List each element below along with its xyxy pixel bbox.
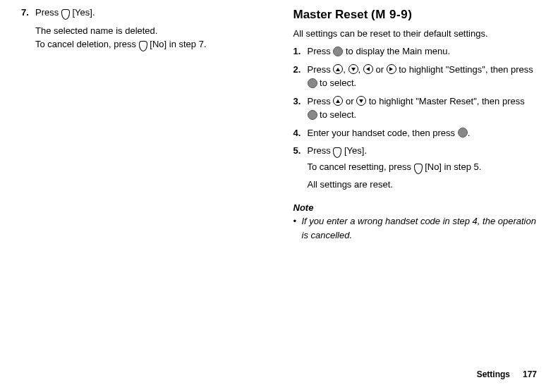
- text: Enter your handset code, then press: [308, 128, 458, 138]
- page-number: 177: [523, 369, 537, 379]
- nav-up-icon: [333, 96, 343, 106]
- step-7: 7. Press [Yes].: [21, 6, 265, 22]
- text: [Yes].: [70, 7, 95, 18]
- step-body: Press [Yes]. To cancel resetting, press …: [308, 144, 538, 194]
- text: ,: [343, 64, 348, 75]
- nav-down-icon: [348, 64, 358, 74]
- nav-up-icon: [333, 64, 343, 74]
- step-body: Press , , or to highlight "Settings", th…: [308, 63, 538, 92]
- heading-text: Master Reset: [293, 8, 368, 21]
- text: or: [343, 96, 356, 106]
- text: Press: [308, 64, 334, 75]
- center-key-icon: [458, 128, 468, 137]
- text: Press: [308, 96, 334, 106]
- step-5: 5. Press [Yes]. To cancel resetting, pre…: [293, 144, 538, 194]
- result-text: All settings are reset.: [308, 178, 538, 192]
- step-body: Press or to highlight "Master Reset", th…: [308, 94, 538, 124]
- cancel-text: To cancel deletion, press [No] in step 7…: [35, 37, 265, 51]
- text: [Yes].: [341, 145, 367, 156]
- cancel-text: To cancel resetting, press [No] in step …: [308, 160, 538, 174]
- step-line: Press [Yes].: [35, 6, 265, 20]
- text: [No] in step 5.: [423, 161, 482, 172]
- bullet: •: [293, 214, 302, 242]
- softkey-right-icon: [139, 41, 147, 51]
- step-line: Press [Yes].: [308, 144, 538, 158]
- text: to display the Main menu.: [343, 46, 450, 56]
- step-number: 7.: [21, 6, 35, 22]
- text: to select.: [317, 109, 357, 120]
- step-body: Enter your handset code, then press .: [308, 126, 538, 142]
- step-line: Press to display the Main menu.: [308, 44, 538, 59]
- note-text: If you enter a wrong handset code in ste…: [302, 214, 538, 242]
- softkey-left-icon: [333, 147, 341, 158]
- text: ,: [358, 64, 363, 75]
- step-4: 4. Enter your handset code, then press .: [293, 126, 538, 142]
- step-3: 3. Press or to highlight "Master Reset",…: [293, 94, 538, 124]
- step-number: 1.: [293, 44, 308, 61]
- text: Press: [308, 145, 334, 156]
- step-number: 4.: [293, 126, 308, 142]
- nav-left-icon: [363, 64, 373, 74]
- right-column: Master Reset (M 9-9) All settings can be…: [293, 6, 538, 242]
- step-number: 2.: [293, 63, 308, 92]
- note-item: • If you enter a wrong handset code in s…: [293, 214, 538, 242]
- intro-text: All settings can be reset to their defau…: [293, 27, 538, 41]
- step-details: The selected name is deleted. To cancel …: [35, 24, 265, 51]
- softkey-left-icon: [61, 9, 70, 20]
- text: Press: [308, 46, 334, 56]
- text: .: [468, 128, 471, 138]
- step-1: 1. Press to display the Main menu.: [293, 44, 538, 61]
- section-heading: Master Reset (M 9-9): [293, 6, 538, 24]
- step-number: 5.: [293, 144, 308, 194]
- menu-code: (M 9-9): [371, 8, 412, 21]
- note-label: Note: [293, 201, 538, 215]
- text: [No] in step 7.: [147, 39, 207, 49]
- step-line: Press or to highlight "Master Reset", th…: [308, 94, 538, 122]
- nav-down-icon: [356, 96, 366, 106]
- text: To cancel resetting, press: [308, 161, 414, 172]
- text: to highlight "Settings", then press: [396, 64, 533, 75]
- text: To cancel deletion, press: [35, 39, 139, 49]
- left-column: 7. Press [Yes]. The selected name is del…: [21, 6, 265, 242]
- footer-label: Settings: [477, 369, 510, 379]
- page-footer: Settings177: [477, 368, 537, 381]
- center-key-icon: [308, 78, 317, 88]
- step-line: Press , , or to highlight "Settings", th…: [308, 63, 538, 90]
- step-number: 3.: [293, 94, 308, 124]
- center-key-icon: [333, 47, 343, 56]
- step-2: 2. Press , , or to highlight "Settings",…: [293, 63, 538, 92]
- text: to select.: [317, 78, 357, 88]
- step-body: Press [Yes].: [35, 6, 265, 22]
- nav-right-icon: [387, 64, 396, 74]
- text: to highlight "Master Reset", then press: [366, 96, 525, 106]
- center-key-icon: [308, 110, 317, 120]
- step-line: Enter your handset code, then press .: [308, 126, 538, 140]
- result-text: The selected name is deleted.: [35, 24, 265, 38]
- softkey-right-icon: [414, 164, 423, 174]
- step-body: Press to display the Main menu.: [308, 44, 538, 61]
- text: Press: [35, 7, 61, 18]
- text: or: [373, 64, 387, 75]
